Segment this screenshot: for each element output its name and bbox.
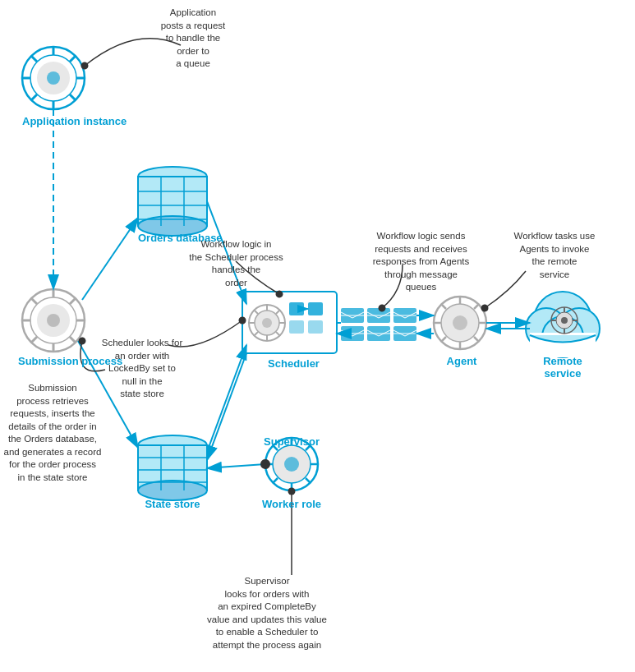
scheduler-label: Scheduler bbox=[246, 357, 341, 370]
svg-line-82 bbox=[441, 304, 446, 309]
svg-line-127 bbox=[207, 345, 246, 452]
state-store-label: State store bbox=[138, 498, 207, 510]
svg-line-47 bbox=[276, 310, 280, 314]
remote-service-label: Remoteservice bbox=[530, 355, 596, 380]
svg-point-15 bbox=[47, 71, 60, 85]
svg-point-75 bbox=[284, 457, 299, 472]
svg-line-32 bbox=[31, 298, 37, 304]
worker-role-label: Worker role bbox=[259, 498, 324, 510]
submission-process-label: Submission process bbox=[18, 355, 92, 367]
svg-line-10 bbox=[31, 56, 37, 62]
supervisor-label: Supervisor bbox=[263, 435, 320, 448]
submission-retrieves-annotation: Submissionprocess retrievesrequests, ins… bbox=[0, 382, 105, 484]
svg-rect-53 bbox=[308, 320, 323, 334]
diagram-svg bbox=[0, 0, 635, 672]
svg-line-45 bbox=[254, 310, 258, 314]
workflow-tasks-annotation: Workflow tasks useAgents to invokethe re… bbox=[493, 230, 616, 281]
svg-point-86 bbox=[453, 315, 467, 330]
svg-line-74 bbox=[273, 478, 278, 483]
svg-line-129 bbox=[207, 464, 265, 468]
svg-line-72 bbox=[306, 478, 311, 483]
svg-line-85 bbox=[441, 337, 446, 342]
svg-line-48 bbox=[254, 332, 258, 336]
svg-line-33 bbox=[70, 337, 76, 343]
svg-line-35 bbox=[31, 337, 37, 343]
svg-rect-51 bbox=[308, 302, 323, 315]
application-instance-label: Application instance bbox=[22, 115, 88, 127]
svg-rect-52 bbox=[289, 320, 304, 334]
svg-line-12 bbox=[70, 56, 76, 62]
svg-point-49 bbox=[262, 318, 272, 328]
svg-line-11 bbox=[70, 94, 76, 100]
svg-line-46 bbox=[276, 332, 280, 336]
workflow-sends-annotation: Workflow logic sendsrequests and receive… bbox=[357, 230, 485, 294]
svg-line-84 bbox=[474, 304, 479, 309]
supervisor-looks-annotation: Supervisorlooks for orders withan expire… bbox=[189, 575, 345, 651]
svg-line-13 bbox=[31, 94, 37, 100]
svg-line-128 bbox=[207, 353, 246, 460]
svg-line-83 bbox=[474, 337, 479, 342]
svg-point-37 bbox=[47, 314, 60, 327]
svg-point-98 bbox=[561, 317, 568, 324]
svg-rect-50 bbox=[289, 302, 304, 315]
workflow-scheduler-annotation: Workflow logic inthe Scheduler processha… bbox=[181, 238, 292, 289]
app-posts-annotation: Applicationposts a requestto handle theo… bbox=[136, 7, 251, 71]
svg-line-34 bbox=[70, 298, 76, 304]
agent-label: Agent bbox=[437, 355, 486, 367]
svg-line-124 bbox=[82, 218, 138, 300]
diagram-container: Application instance Orders database Sub… bbox=[0, 0, 635, 672]
